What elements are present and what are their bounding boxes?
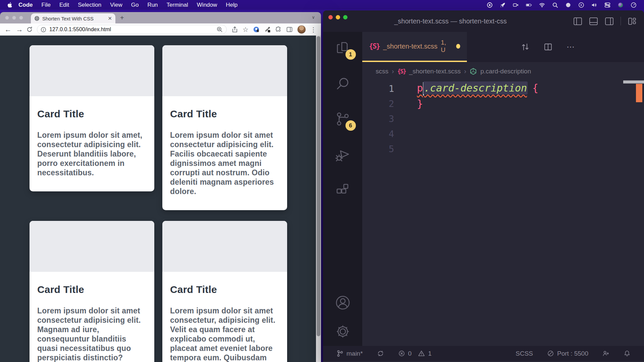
toggle-sidebar-icon[interactable] bbox=[573, 17, 582, 26]
breadcrumb-symbol[interactable]: p.card-description bbox=[480, 68, 531, 75]
code-editor[interactable]: 1 p.card-description{ 2 } 3 4 5 bbox=[362, 80, 644, 346]
run-debug-icon[interactable] bbox=[335, 147, 351, 162]
extensions-puzzle-icon[interactable] bbox=[275, 26, 282, 33]
chevron-right-icon: › bbox=[392, 67, 394, 75]
card-2-image-placeholder bbox=[162, 45, 287, 96]
scss-class-token: .card-description bbox=[423, 81, 528, 95]
camera-icon[interactable] bbox=[513, 2, 519, 8]
git-branch-icon bbox=[336, 350, 343, 357]
site-info-icon[interactable] bbox=[41, 27, 46, 33]
code-line-4[interactable]: 4 bbox=[362, 126, 644, 141]
bookmark-star-icon[interactable]: ☆ bbox=[243, 25, 249, 34]
code-line-5[interactable]: 5 bbox=[362, 141, 644, 157]
tab-search-chevron-icon[interactable]: ∨ bbox=[312, 15, 315, 20]
compare-changes-icon[interactable] bbox=[521, 43, 530, 51]
toggle-panel-icon[interactable] bbox=[589, 17, 598, 26]
url-text[interactable]: 127.0.0.1:5500/index.html bbox=[49, 26, 213, 33]
menu-item-window[interactable]: Window bbox=[193, 2, 221, 8]
menu-item-selection[interactable]: Selection bbox=[73, 2, 106, 8]
reload-button[interactable] bbox=[26, 26, 33, 33]
explorer-icon[interactable]: 1 bbox=[335, 40, 351, 56]
minimize-window-button[interactable] bbox=[12, 16, 16, 20]
siri-icon[interactable] bbox=[618, 2, 624, 8]
share-icon[interactable] bbox=[231, 26, 238, 33]
status-dot-icon[interactable] bbox=[565, 2, 571, 8]
accounts-icon[interactable] bbox=[335, 295, 351, 310]
feedback-icon[interactable] bbox=[602, 350, 609, 357]
volume-icon[interactable] bbox=[591, 2, 597, 8]
problems-status[interactable]: 0 1 bbox=[398, 350, 432, 357]
menu-item-code[interactable]: Code bbox=[14, 2, 37, 8]
open-brace-token: { bbox=[532, 82, 538, 94]
rocket-icon[interactable] bbox=[500, 2, 506, 8]
source-control-badge: 6 bbox=[345, 120, 356, 131]
wifi-icon[interactable] bbox=[539, 2, 545, 8]
code-line-1[interactable]: 1 p.card-description{ bbox=[362, 81, 644, 96]
unsaved-changes-dot-icon[interactable] bbox=[456, 44, 460, 49]
forward-button[interactable]: → bbox=[15, 25, 24, 34]
line-number: 2 bbox=[362, 99, 394, 109]
apple-logo-icon[interactable] bbox=[7, 2, 13, 8]
activity-bar: 1 6 bbox=[323, 32, 362, 346]
code-line-3[interactable]: 3 bbox=[362, 111, 644, 126]
overview-ruler-warning-mark bbox=[636, 84, 642, 102]
close-window-button[interactable] bbox=[5, 16, 9, 20]
url-address-bar[interactable]: 127.0.0.1:5500/index.html bbox=[37, 25, 227, 34]
new-tab-button[interactable]: + bbox=[120, 14, 124, 22]
clock-icon[interactable] bbox=[631, 2, 637, 8]
errors-icon bbox=[398, 350, 405, 357]
page-scrollbar[interactable] bbox=[316, 36, 321, 362]
extensions-icon[interactable] bbox=[335, 182, 351, 198]
language-mode[interactable]: SCSS bbox=[516, 350, 533, 357]
menu-item-go[interactable]: Go bbox=[127, 2, 143, 8]
breadcrumb-file[interactable]: _shorten-text.scss bbox=[409, 68, 461, 75]
customize-layout-icon[interactable] bbox=[628, 17, 637, 26]
menu-item-help[interactable]: Help bbox=[221, 2, 242, 8]
settings-gear-icon[interactable] bbox=[335, 324, 351, 339]
menu-item-edit[interactable]: Edit bbox=[55, 2, 73, 8]
tab-close-icon[interactable]: ✕ bbox=[108, 15, 112, 21]
record-icon[interactable] bbox=[487, 2, 493, 8]
profile-avatar[interactable] bbox=[297, 25, 306, 34]
menu-item-view[interactable]: View bbox=[106, 2, 127, 8]
menu-item-run[interactable]: Run bbox=[143, 2, 162, 8]
scrollbar-thumb[interactable] bbox=[317, 36, 320, 336]
card-2: Card Title Lorem ipsum dolor sit amet co… bbox=[162, 45, 287, 210]
notifications-bell-icon[interactable] bbox=[624, 350, 631, 357]
eyedropper-extension-icon[interactable] bbox=[264, 26, 271, 33]
scss-selector-token: p bbox=[417, 82, 423, 94]
browser-menu-dots-icon[interactable]: ⋮ bbox=[310, 26, 317, 34]
back-button[interactable]: ← bbox=[3, 25, 13, 34]
live-server-port[interactable]: Port : 5500 bbox=[547, 350, 588, 357]
spotlight-search-icon[interactable] bbox=[552, 2, 558, 8]
layout-controls bbox=[573, 10, 637, 32]
browser-tab[interactable]: Shorten Text With CSS ✕ bbox=[31, 13, 115, 23]
extension-badge-icon[interactable] bbox=[253, 26, 260, 33]
battery-icon[interactable] bbox=[526, 2, 532, 8]
more-actions-icon[interactable]: ⋯ bbox=[567, 42, 575, 52]
card-2-description: Lorem ipsum dolor sit amet consectetur a… bbox=[170, 130, 279, 196]
zoom-window-button[interactable] bbox=[19, 16, 23, 20]
card-1-image-placeholder bbox=[30, 45, 154, 96]
vscode-window: _shorten-text.scss — shorten-text-css 1 … bbox=[323, 10, 644, 362]
code-line-2[interactable]: 2 } bbox=[362, 96, 644, 111]
control-center-icon[interactable] bbox=[604, 2, 610, 8]
sync-changes-button[interactable] bbox=[377, 350, 384, 357]
git-branch-status[interactable]: main* bbox=[336, 350, 363, 357]
editor-tab-shorten-text[interactable]: {S} _shorten-text.scss 1, U bbox=[362, 32, 467, 62]
split-editor-icon[interactable] bbox=[544, 43, 552, 51]
search-icon[interactable] bbox=[335, 76, 351, 91]
card-2-title: Card Title bbox=[170, 108, 279, 120]
macos-menubar: Code File Edit Selection View Go Run Ter… bbox=[0, 0, 644, 10]
browser-toolbar: ← → 127.0.0.1:5500/index.html ☆ ⋮ bbox=[0, 23, 321, 36]
scrollbar-slider[interactable] bbox=[623, 80, 644, 83]
breadcrumb-folder[interactable]: scss bbox=[376, 68, 388, 75]
menu-item-terminal[interactable]: Terminal bbox=[162, 2, 193, 8]
toggle-secondary-sidebar-icon[interactable] bbox=[605, 17, 614, 26]
zoom-page-icon[interactable] bbox=[216, 26, 223, 33]
sass-file-icon: {S} bbox=[369, 42, 380, 50]
sidebar-panel-icon[interactable] bbox=[286, 26, 293, 33]
menu-item-file[interactable]: File bbox=[37, 2, 55, 8]
play-status-icon[interactable] bbox=[578, 2, 584, 8]
source-control-icon[interactable]: 6 bbox=[335, 111, 351, 127]
